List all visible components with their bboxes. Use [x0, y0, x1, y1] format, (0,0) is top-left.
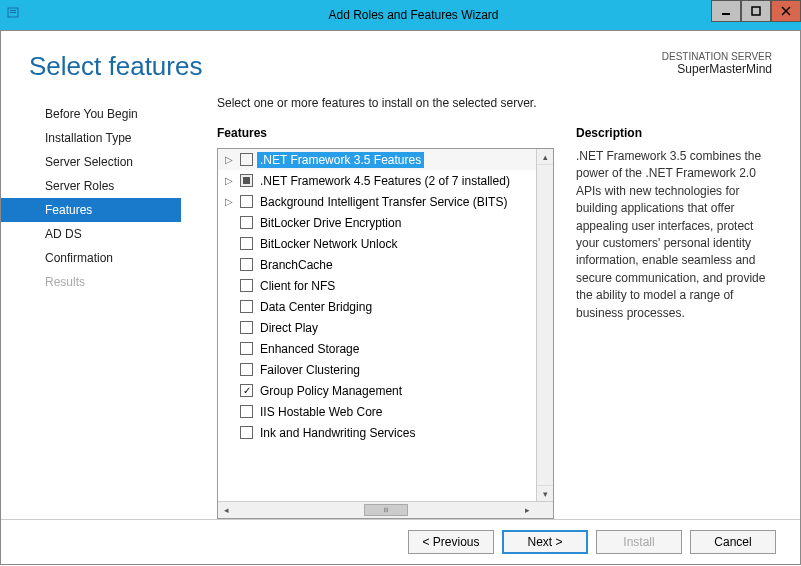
next-button[interactable]: Next > — [502, 530, 588, 554]
scroll-left-icon[interactable]: ◂ — [218, 502, 235, 518]
titlebar[interactable]: Add Roles and Features Wizard — [0, 0, 801, 30]
previous-button[interactable]: < Previous — [408, 530, 494, 554]
destination-label: DESTINATION SERVER — [662, 51, 772, 62]
scroll-down-icon[interactable]: ▾ — [537, 485, 553, 501]
sidebar-item-before-you-begin[interactable]: Before You Begin — [1, 102, 181, 126]
expand-icon[interactable]: ▷ — [222, 196, 236, 207]
feature-checkbox[interactable] — [240, 279, 253, 292]
expand-icon[interactable]: ▷ — [222, 175, 236, 186]
destination-server: SuperMasterMind — [662, 62, 772, 76]
scrollbar-thumb[interactable] — [364, 504, 408, 516]
sidebar-item-server-selection[interactable]: Server Selection — [1, 150, 181, 174]
feature-checkbox[interactable] — [240, 216, 253, 229]
feature-item[interactable]: ▷Background Intelligent Transfer Service… — [218, 191, 553, 212]
description-heading: Description — [576, 126, 772, 140]
sidebar-item-ad-ds[interactable]: AD DS — [1, 222, 181, 246]
feature-item[interactable]: Enhanced Storage — [218, 338, 553, 359]
feature-checkbox[interactable] — [240, 405, 253, 418]
feature-checkbox[interactable] — [240, 258, 253, 271]
feature-label: Enhanced Storage — [257, 341, 362, 357]
feature-label: Group Policy Management — [257, 383, 405, 399]
feature-label: Data Center Bridging — [257, 299, 375, 315]
sidebar-item-confirmation[interactable]: Confirmation — [1, 246, 181, 270]
expand-icon[interactable]: ▷ — [222, 154, 236, 165]
feature-checkbox[interactable] — [240, 153, 253, 166]
svg-rect-4 — [752, 7, 760, 15]
feature-item[interactable]: BranchCache — [218, 254, 553, 275]
feature-item[interactable]: Data Center Bridging — [218, 296, 553, 317]
minimize-button[interactable] — [711, 0, 741, 22]
feature-item[interactable]: Failover Clustering — [218, 359, 553, 380]
feature-label: .NET Framework 4.5 Features (2 of 7 inst… — [257, 173, 513, 189]
page-title: Select features — [29, 51, 202, 82]
feature-checkbox[interactable] — [240, 321, 253, 334]
feature-item[interactable]: BitLocker Network Unlock — [218, 233, 553, 254]
feature-item[interactable]: Group Policy Management — [218, 380, 553, 401]
sidebar-item-server-roles[interactable]: Server Roles — [1, 174, 181, 198]
feature-checkbox[interactable] — [240, 300, 253, 313]
horizontal-scrollbar[interactable]: ◂ ▸ — [218, 501, 553, 518]
feature-checkbox[interactable] — [240, 195, 253, 208]
maximize-button[interactable] — [741, 0, 771, 22]
vertical-scrollbar[interactable]: ▴ ▾ — [536, 149, 553, 501]
feature-item[interactable]: Client for NFS — [218, 275, 553, 296]
feature-checkbox[interactable] — [240, 237, 253, 250]
feature-item[interactable]: Direct Play — [218, 317, 553, 338]
feature-label: BitLocker Drive Encryption — [257, 215, 404, 231]
feature-item[interactable]: Ink and Handwriting Services — [218, 422, 553, 443]
svg-rect-1 — [10, 10, 16, 11]
feature-label: IIS Hostable Web Core — [257, 404, 386, 420]
scroll-right-icon[interactable]: ▸ — [519, 502, 536, 518]
features-listbox[interactable]: ▷.NET Framework 3.5 Features▷.NET Framew… — [217, 148, 554, 519]
app-icon — [6, 5, 26, 25]
feature-item[interactable]: BitLocker Drive Encryption — [218, 212, 553, 233]
feature-label: Background Intelligent Transfer Service … — [257, 194, 510, 210]
feature-label: Direct Play — [257, 320, 321, 336]
description-text: .NET Framework 3.5 combines the power of… — [576, 148, 772, 322]
window-title: Add Roles and Features Wizard — [26, 8, 801, 22]
feature-checkbox[interactable] — [240, 384, 253, 397]
feature-checkbox[interactable] — [240, 363, 253, 376]
instruction-text: Select one or more features to install o… — [217, 96, 772, 110]
feature-checkbox[interactable] — [240, 342, 253, 355]
svg-rect-2 — [10, 12, 16, 13]
features-heading: Features — [217, 126, 554, 140]
cancel-button[interactable]: Cancel — [690, 530, 776, 554]
feature-checkbox[interactable] — [240, 174, 253, 187]
feature-label: BitLocker Network Unlock — [257, 236, 400, 252]
wizard-sidebar: Before You BeginInstallation TypeServer … — [1, 92, 181, 519]
feature-label: BranchCache — [257, 257, 336, 273]
feature-label: .NET Framework 3.5 Features — [257, 152, 424, 168]
feature-item[interactable]: ▷.NET Framework 3.5 Features — [218, 149, 553, 170]
sidebar-item-installation-type[interactable]: Installation Type — [1, 126, 181, 150]
feature-item[interactable]: ▷.NET Framework 4.5 Features (2 of 7 ins… — [218, 170, 553, 191]
feature-item[interactable]: IIS Hostable Web Core — [218, 401, 553, 422]
feature-label: Ink and Handwriting Services — [257, 425, 418, 441]
close-button[interactable] — [771, 0, 801, 22]
feature-checkbox[interactable] — [240, 426, 253, 439]
feature-label: Client for NFS — [257, 278, 338, 294]
feature-label: Failover Clustering — [257, 362, 363, 378]
sidebar-item-results: Results — [1, 270, 181, 294]
scroll-up-icon[interactable]: ▴ — [537, 149, 553, 165]
sidebar-item-features[interactable]: Features — [1, 198, 181, 222]
install-button: Install — [596, 530, 682, 554]
